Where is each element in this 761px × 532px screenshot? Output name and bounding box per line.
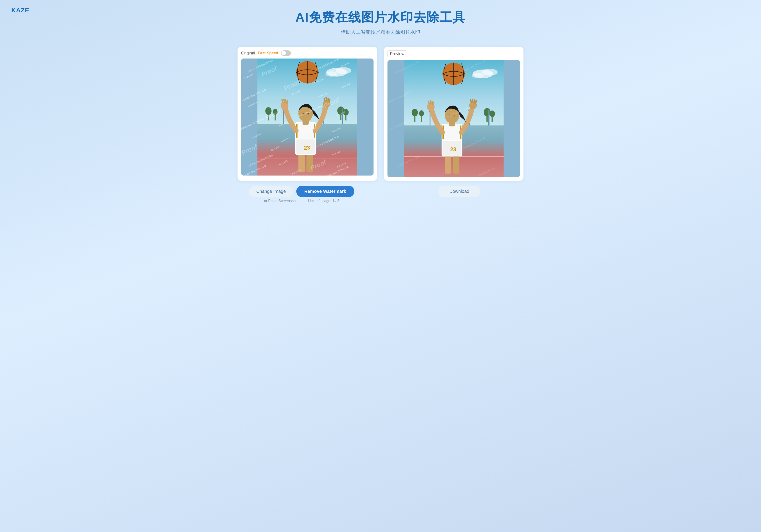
- svg-line-38: [329, 99, 330, 102]
- svg-point-2: [336, 67, 351, 74]
- svg-point-12: [337, 106, 344, 115]
- svg-line-83: [476, 101, 476, 103]
- download-button[interactable]: Download: [438, 186, 481, 197]
- right-actions-container: Download: [380, 186, 538, 197]
- remove-watermark-button[interactable]: Remove Watermark: [296, 186, 354, 197]
- limit-text: Limit of usage: 1 / 3: [308, 199, 339, 203]
- svg-line-81: [472, 99, 473, 102]
- original-label: Original: [241, 51, 255, 56]
- svg-point-57: [484, 108, 491, 116]
- original-image-container: 23: [241, 59, 374, 176]
- preview-panel-header: Preview: [387, 50, 520, 57]
- svg-line-80: [471, 100, 471, 102]
- page-title: AI免费在线图片水印去除工具: [295, 9, 466, 26]
- preview-label: Preview: [387, 50, 407, 57]
- original-panel: Original Fast Speed: [238, 47, 377, 181]
- svg-point-48: [472, 73, 484, 78]
- svg-point-3: [325, 71, 337, 77]
- left-actions-container: Change Image Remove Watermark or Paste S…: [223, 186, 380, 203]
- svg-line-32: [284, 99, 284, 102]
- svg-point-14: [343, 109, 349, 116]
- paste-hint-text: or Paste Screenshot: [264, 199, 297, 203]
- svg-rect-64: [488, 110, 490, 126]
- svg-point-8: [265, 107, 271, 115]
- svg-point-55: [419, 110, 424, 117]
- left-buttons-group: Change Image Remove Watermark: [249, 186, 354, 197]
- svg-line-36: [326, 98, 326, 100]
- preview-image-container: 23: [387, 60, 520, 177]
- preview-scene-svg: 23: [387, 60, 520, 177]
- page-header: AI免费在线图片水印去除工具 借助人工智能技术精准去除图片水印: [9, 7, 752, 40]
- svg-rect-71: [442, 124, 461, 140]
- svg-point-53: [412, 109, 418, 116]
- svg-point-86: [448, 115, 450, 117]
- logo: KAZE: [11, 7, 29, 14]
- svg-rect-60: [430, 112, 431, 125]
- svg-line-31: [282, 100, 283, 102]
- change-image-button[interactable]: Change Image: [249, 186, 293, 197]
- svg-text:23: 23: [450, 146, 456, 152]
- svg-line-79: [434, 102, 434, 105]
- svg-text:23: 23: [304, 145, 310, 151]
- panels-container: Original Fast Speed: [223, 47, 538, 181]
- svg-point-87: [453, 115, 455, 117]
- svg-line-76: [429, 101, 429, 104]
- original-scene-svg: 23: [241, 59, 374, 176]
- speed-toggle[interactable]: [281, 50, 291, 56]
- svg-line-34: [287, 101, 287, 103]
- svg-rect-26: [296, 123, 315, 139]
- svg-rect-15: [283, 110, 284, 124]
- logo-text: KAZE: [11, 7, 29, 14]
- hint-row: or Paste Screenshot Limit of usage: 1 / …: [264, 199, 339, 203]
- svg-point-42: [307, 114, 309, 116]
- speed-label: Fast Speed: [258, 51, 278, 55]
- svg-rect-19: [342, 108, 343, 124]
- original-panel-header: Original Fast Speed: [241, 50, 374, 56]
- preview-panel: Preview: [384, 47, 523, 181]
- bottom-actions: Change Image Remove Watermark or Paste S…: [223, 186, 538, 203]
- svg-line-35: [324, 98, 325, 101]
- svg-point-10: [273, 109, 277, 115]
- svg-point-59: [490, 111, 495, 117]
- svg-line-77: [430, 101, 431, 103]
- svg-point-47: [482, 69, 498, 76]
- svg-point-41: [302, 114, 304, 116]
- page-subtitle: 借助人工智能技术精准去除图片水印: [341, 29, 420, 35]
